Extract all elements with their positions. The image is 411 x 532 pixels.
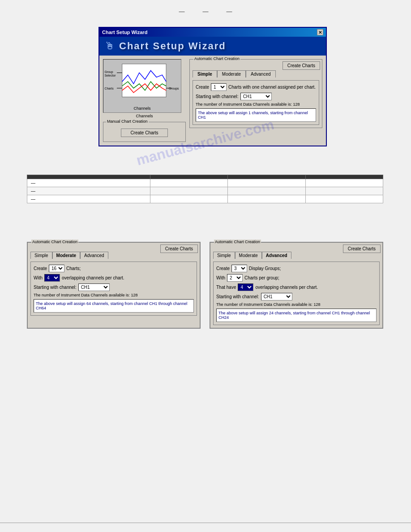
bottom-right-charts-per-group: Charts per group; [244, 275, 279, 280]
wizard-header-title: Chart Setup Wizard [119, 40, 226, 52]
bottom-right-tab-simple[interactable]: Simple [213, 252, 235, 259]
table-header-col4 [305, 175, 383, 179]
bottom-panels: Automatic Chart Creation Create Charts S… [27, 242, 383, 329]
bottom-left-charts-label: Charts; [66, 266, 81, 271]
bottom-left-summary: The above setup will assign 64 channels,… [34, 299, 194, 313]
bottom-left-info: The number of Instrument Data Channels a… [34, 293, 194, 297]
bottom-right-overlapping-text: overlapping channels per chart. [255, 285, 318, 290]
bottom-right-tab-content: Create 3 1 2 Display Groups; With 2 1 3 … [213, 262, 380, 325]
table-header-col1 [27, 175, 150, 179]
wizard-header: 🖱 Chart Setup Wizard [99, 37, 326, 56]
table-cell [305, 195, 383, 203]
bottom-right-thathave-row: That have 4 2 8 overlapping channels per… [216, 283, 377, 291]
wizard-right-panel: Automatic Chart Creation Create Charts S… [189, 59, 322, 142]
bottom-right-channel-select[interactable]: CH1 CH2 [261, 293, 292, 300]
table-header-col3 [228, 175, 305, 179]
tab-advanced[interactable]: Advanced [246, 70, 275, 77]
bottom-left-create-select[interactable]: 16 8 4 [49, 265, 64, 272]
table-row: — [27, 187, 383, 195]
table-cell [228, 195, 305, 203]
table-cell [305, 187, 383, 195]
bottom-right-thathave-label: That have [216, 285, 236, 290]
create-select[interactable]: 1 2 4 8 [211, 83, 227, 91]
bottom-right-create-row: Create 3 1 2 Display Groups; [216, 265, 377, 272]
table-cell [150, 195, 228, 203]
bottom-right-create-select[interactable]: 3 1 2 [231, 265, 247, 272]
bottom-left-start-label: Starting with channel: [34, 285, 77, 290]
wizard-body: Group Selector Charts Groups Channels Ch… [99, 56, 326, 146]
info-channels-text: The number of Instrument Data Channels a… [196, 102, 316, 107]
auto-creation-box: Automatic Chart Creation Create Charts S… [189, 59, 322, 128]
wizard-tabs: Simple Moderate Advanced [193, 70, 319, 77]
bottom-right-create-label: Create [216, 266, 230, 271]
bottom-line [0, 523, 411, 523]
svg-text:Selector: Selector [104, 74, 116, 77]
channels-below-label: Channels [103, 114, 186, 118]
top-dashes: — — — [0, 0, 411, 19]
manual-creation-box: Manual Chart Creation Create Charts [103, 122, 186, 142]
dash-2: — [203, 8, 209, 15]
bottom-right-start-label: Starting with channel: [216, 294, 259, 299]
table-header-row [27, 175, 383, 179]
table-header-col2 [150, 175, 228, 179]
starting-channel-row: Starting with channel: CH1 CH2 CH3 [196, 93, 316, 100]
create-row: Create 1 2 4 8 Charts with one channel a… [196, 83, 316, 91]
bottom-left-tab-moderate[interactable]: Moderate [52, 252, 80, 259]
table-cell [150, 179, 228, 187]
tab-content-simple: Create 1 2 4 8 Charts with one channel a… [193, 80, 319, 125]
bottom-right-auto-title: Automatic Chart Creation [214, 240, 261, 244]
table-cell [228, 187, 305, 195]
wizard-icon: 🖱 [105, 40, 115, 52]
bottom-left-channel-select[interactable]: CH1 CH2 [78, 283, 110, 291]
starting-channel-label: Starting with channel: [196, 94, 239, 99]
bottom-left-with-select[interactable]: 4 2 8 [44, 274, 60, 282]
bottom-left-tab-simple[interactable]: Simple [30, 252, 52, 259]
manual-create-charts-button[interactable]: Create Charts [121, 129, 167, 137]
wizard-diagram: Group Selector Charts Groups Channels [103, 59, 181, 113]
manual-creation-title: Manual Chart Creation [106, 119, 149, 124]
bottom-right-tab-moderate[interactable]: Moderate [235, 252, 262, 259]
table-cell [228, 179, 305, 187]
create-charts-button[interactable]: Create Charts [283, 61, 320, 70]
table-cell: — [27, 187, 150, 195]
svg-rect-0 [122, 64, 166, 97]
bottom-right-channel-row: Starting with channel: CH1 CH2 [216, 293, 377, 300]
summary-text: The above setup will assign 1 channels, … [198, 111, 308, 120]
bottom-right-summary: The above setup will assign 24 channels,… [216, 309, 377, 322]
bottom-left-create-row: Create 16 8 4 Charts; [34, 265, 194, 272]
bottom-right-with-select[interactable]: 2 1 3 [227, 274, 243, 282]
wizard-title: Chart Setup Wizard [102, 30, 147, 35]
summary-box: The above setup will assign 1 channels, … [196, 108, 316, 122]
table-cell: — [27, 195, 150, 203]
bottom-left-overlapping-text: overlapping channels per chart. [62, 275, 124, 280]
bottom-right-tab-advanced[interactable]: Advanced [262, 252, 291, 259]
create-label: Create [196, 85, 209, 90]
svg-text:Group: Group [104, 70, 113, 74]
wizard-titlebar: Chart Setup Wizard ✕ [99, 28, 326, 37]
svg-text:Charts: Charts [104, 87, 114, 90]
table-row: — [27, 179, 383, 187]
starting-channel-select[interactable]: CH1 CH2 CH3 [240, 93, 272, 100]
table-cell [150, 187, 228, 195]
bottom-left-create-label: Create [34, 266, 47, 271]
bottom-right-info: The number of Instrument Data Channels a… [216, 302, 377, 307]
close-button[interactable]: ✕ [317, 29, 323, 35]
bottom-left-with-row: With 4 2 8 overlapping channels per char… [34, 274, 194, 282]
bottom-right-with-row: With 2 1 3 Charts per group; [216, 274, 377, 282]
bottom-left-tab-advanced[interactable]: Advanced [80, 252, 108, 259]
tab-simple[interactable]: Simple [193, 70, 217, 77]
charts-per-channel-text: Charts with one channel assigned per cha… [228, 85, 316, 90]
bottom-left-summary-text: The above setup will assign 64 channels,… [36, 301, 187, 310]
bottom-left-tab-content: Create 16 8 4 Charts; With 4 2 8 overlap… [30, 262, 197, 316]
dash-3: — [227, 8, 232, 15]
bottom-right-create-btn[interactable]: Create Charts [343, 245, 381, 253]
svg-text:Groups: Groups [169, 87, 179, 90]
auto-creation-title: Automatic Chart Creation [193, 56, 240, 61]
bottom-right-thathave-select[interactable]: 4 2 8 [238, 283, 253, 291]
wizard-left-panel: Group Selector Charts Groups Channels Ch… [103, 59, 186, 142]
bottom-left-with-label: With [34, 275, 43, 280]
table-row: — [27, 195, 383, 203]
tab-moderate[interactable]: Moderate [217, 70, 246, 77]
table-section: — — — [27, 175, 383, 203]
bottom-left-create-btn[interactable]: Create Charts [160, 245, 198, 253]
